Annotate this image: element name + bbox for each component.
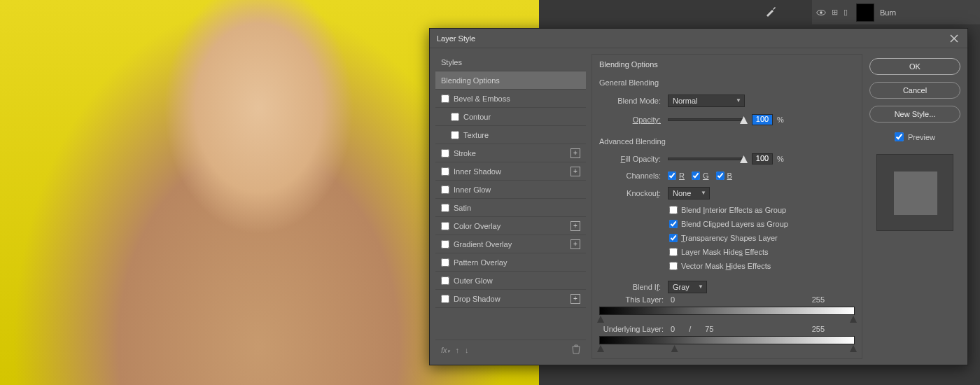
effect-label: Drop Shadow	[454, 295, 500, 303]
chevron-down-icon: ▼	[701, 190, 706, 196]
this-layer-high: 255	[812, 295, 825, 304]
layer-thumbnail[interactable]	[856, 4, 874, 22]
opacity-suffix: %	[777, 115, 784, 124]
effect-stroke[interactable]: Stroke +	[435, 144, 586, 162]
check-label: Transparency Shapes Layer	[681, 234, 778, 242]
slider-handle-low[interactable]	[597, 316, 604, 323]
add-instance-icon[interactable]: +	[570, 239, 580, 249]
effect-label: Contour	[463, 113, 491, 121]
opacity-slider[interactable]	[668, 118, 745, 121]
trash-icon[interactable]	[572, 344, 580, 356]
visibility-icon[interactable]	[816, 8, 826, 18]
channel-g-checkbox[interactable]	[692, 172, 700, 180]
slider-handle-high[interactable]	[850, 345, 857, 352]
this-layer-low: 0	[671, 295, 675, 304]
transparency-shapes-checkbox[interactable]	[669, 234, 678, 242]
effect-texture[interactable]: Texture	[435, 126, 586, 144]
effect-checkbox[interactable]	[441, 240, 449, 248]
layers-panel: ⊞ ▯ Burn	[812, 0, 980, 25]
blend-if-dropdown[interactable]: Gray ▼	[668, 281, 707, 293]
effect-checkbox[interactable]	[441, 276, 449, 285]
layer-row[interactable]: ⊞ ▯ Burn	[812, 0, 980, 25]
effect-checkbox[interactable]	[441, 167, 449, 176]
underlying-gradient[interactable]	[599, 336, 855, 344]
effect-drop-shadow[interactable]: Drop Shadow +	[435, 290, 586, 308]
knockout-dropdown[interactable]: None ▼	[668, 187, 710, 200]
effect-inner-glow[interactable]: Inner Glow	[435, 181, 586, 199]
opacity-label: Opacity:	[599, 115, 664, 124]
effect-label: Bevel & Emboss	[454, 94, 510, 103]
new-style-button[interactable]: New Style...	[869, 106, 960, 122]
fill-opacity-suffix: %	[777, 155, 784, 163]
effect-satin[interactable]: Satin	[435, 199, 586, 217]
knockout-label: Knockout:	[599, 189, 664, 197]
ok-button[interactable]: OK	[869, 58, 960, 75]
effect-color-overlay[interactable]: Color Overlay +	[435, 217, 586, 235]
effect-label: Pattern Overlay	[454, 258, 507, 267]
pane-title: Blending Options	[599, 60, 855, 69]
check-label: Blend Clipped Layers as Group	[681, 220, 788, 228]
effects-footer: fx▾ ↑ ↓	[435, 340, 586, 359]
fill-opacity-slider[interactable]	[668, 158, 745, 160]
effect-label: Texture	[463, 131, 489, 139]
effect-label: Color Overlay	[454, 222, 500, 230]
effect-label: Stroke	[454, 149, 476, 158]
move-down-icon[interactable]: ↓	[465, 346, 469, 354]
blend-clipped-checkbox[interactable]	[669, 220, 678, 228]
effect-pattern-overlay[interactable]: Pattern Overlay	[435, 253, 586, 272]
under-split: /	[689, 325, 691, 333]
dialog-buttons: OK Cancel New Style... Preview	[868, 54, 962, 359]
effect-checkbox[interactable]	[441, 204, 449, 212]
effect-checkbox[interactable]	[441, 149, 449, 158]
advanced-blending-label: Advanced Blending	[599, 137, 855, 146]
cancel-button[interactable]: Cancel	[869, 82, 960, 99]
preview-swatch	[876, 154, 953, 231]
effect-label: Satin	[454, 204, 471, 212]
dialog-titlebar[interactable]: Layer Style	[430, 29, 967, 48]
blend-interior-checkbox[interactable]	[669, 206, 678, 214]
channel-r-checkbox[interactable]	[668, 172, 676, 180]
effect-checkbox[interactable]	[451, 131, 459, 139]
opacity-input[interactable]: 100	[752, 114, 773, 125]
effect-checkbox[interactable]	[441, 94, 449, 103]
fill-opacity-input[interactable]: 100	[752, 153, 773, 164]
move-up-icon[interactable]: ↑	[456, 346, 460, 354]
add-instance-icon[interactable]: +	[570, 294, 580, 304]
channel-b-checkbox[interactable]	[716, 172, 724, 180]
add-instance-icon[interactable]: +	[570, 148, 580, 158]
this-layer-label: This Layer:	[599, 295, 664, 304]
slider-handle-high[interactable]	[850, 316, 857, 323]
chevron-down-icon: ▼	[736, 97, 741, 104]
layer-mask-hides-checkbox[interactable]	[669, 248, 678, 256]
effect-contour[interactable]: Contour	[435, 108, 586, 126]
effect-label: Inner Glow	[454, 186, 491, 194]
effect-checkbox[interactable]	[441, 258, 449, 267]
effect-checkbox[interactable]	[441, 186, 449, 194]
check-label: Vector Mask Hides Effects	[681, 262, 771, 270]
preview-label: Preview	[908, 133, 935, 141]
layer-mask-icon[interactable]: ▯	[844, 8, 848, 17]
blend-mode-label: Blend Mode:	[599, 97, 664, 105]
brush-icon[interactable]	[761, 3, 780, 20]
effect-outer-glow[interactable]: Outer Glow	[435, 272, 586, 290]
add-instance-icon[interactable]: +	[570, 167, 580, 176]
close-icon[interactable]	[948, 32, 960, 45]
vector-mask-hides-checkbox[interactable]	[669, 262, 678, 270]
effect-checkbox[interactable]	[451, 113, 459, 121]
layer-link-icon[interactable]: ⊞	[832, 8, 838, 17]
preview-checkbox[interactable]	[895, 132, 904, 141]
slider-handle-split[interactable]	[671, 345, 678, 352]
fx-icon[interactable]: fx▾	[441, 346, 450, 354]
add-instance-icon[interactable]: +	[570, 221, 580, 231]
effect-bevel-emboss[interactable]: Bevel & Emboss	[435, 90, 586, 108]
effect-gradient-overlay[interactable]: Gradient Overlay +	[435, 235, 586, 253]
under-low: 0	[671, 325, 675, 333]
effect-blending-options[interactable]: Blending Options	[435, 71, 586, 90]
dialog-title: Layer Style	[437, 34, 475, 43]
this-layer-gradient[interactable]	[599, 307, 855, 315]
slider-handle-low[interactable]	[597, 345, 604, 352]
effect-inner-shadow[interactable]: Inner Shadow +	[435, 162, 586, 181]
effect-checkbox[interactable]	[441, 222, 449, 230]
effect-checkbox[interactable]	[441, 295, 449, 303]
blend-mode-dropdown[interactable]: Normal ▼	[668, 94, 745, 107]
